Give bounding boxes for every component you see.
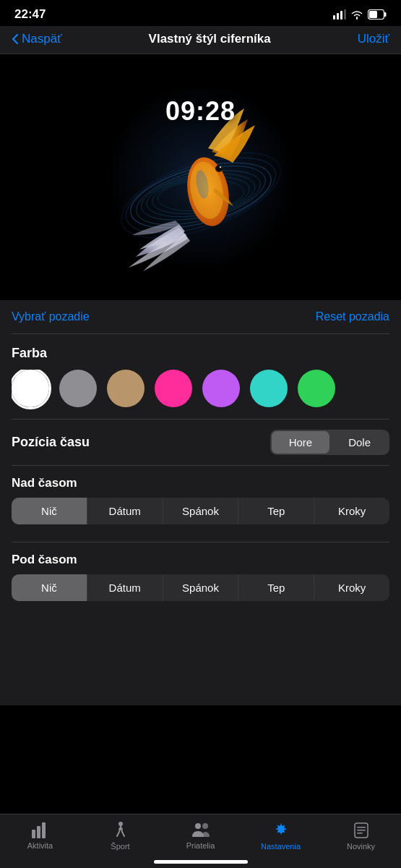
select-background-button[interactable]: Vybrať pozadie xyxy=(12,310,90,323)
status-icons xyxy=(333,9,387,20)
aktivita-label: Aktivita xyxy=(27,841,53,850)
priatelia-icon xyxy=(191,822,211,838)
svg-rect-0 xyxy=(333,15,335,20)
signal-icon xyxy=(333,9,346,20)
below-time-section: Pod časom Nič Dátum Spánok Tep Kroky xyxy=(12,542,389,618)
above-tep-button[interactable]: Tep xyxy=(238,498,314,524)
position-dole-button[interactable]: Dole xyxy=(331,431,388,454)
color-white[interactable] xyxy=(12,370,49,407)
above-nic-button[interactable]: Nič xyxy=(12,498,87,524)
back-label: Naspäť xyxy=(22,32,62,46)
color-cyan[interactable] xyxy=(250,370,288,407)
svg-rect-31 xyxy=(357,827,366,828)
save-button[interactable]: Uložiť xyxy=(358,32,389,46)
below-kroky-button[interactable]: Kroky xyxy=(314,574,389,601)
nav-title: Vlastný štýl ciferníka xyxy=(149,32,271,46)
battery-icon xyxy=(368,9,387,20)
svg-point-28 xyxy=(202,823,208,829)
sport-icon xyxy=(113,822,129,839)
reset-background-button[interactable]: Reset pozadia xyxy=(316,310,389,323)
below-time-label: Pod časom xyxy=(12,553,389,567)
below-time-control: Nič Dátum Spánok Tep Kroky xyxy=(12,574,389,601)
svg-rect-2 xyxy=(340,11,342,20)
status-time: 22:47 xyxy=(14,7,46,22)
novinky-icon xyxy=(353,822,369,839)
back-button[interactable]: Naspäť xyxy=(12,32,62,46)
tab-bar: Aktivita Šport Priatelia Nastavenia xyxy=(0,814,401,868)
svg-rect-24 xyxy=(37,826,40,838)
color-green[interactable] xyxy=(298,370,335,407)
svg-rect-1 xyxy=(337,13,339,20)
nastavenia-icon xyxy=(272,822,290,839)
priatelia-label: Priatelia xyxy=(186,841,215,850)
nastavenia-label: Nastavenia xyxy=(261,842,301,851)
tab-sport[interactable]: Šport xyxy=(99,822,142,851)
wifi-icon xyxy=(350,9,363,20)
tab-novinky[interactable]: Novinky xyxy=(340,822,383,851)
tab-aktivita[interactable]: Aktivita xyxy=(19,822,62,850)
tab-nastavenia[interactable]: Nastavenia xyxy=(259,822,303,851)
color-tan[interactable] xyxy=(107,370,145,407)
below-nic-button[interactable]: Nič xyxy=(12,574,87,601)
svg-rect-3 xyxy=(344,9,346,20)
above-datum-button[interactable]: Dátum xyxy=(87,498,163,524)
svg-rect-23 xyxy=(32,830,35,838)
watch-time: 09:28 xyxy=(165,96,236,127)
chevron-left-icon xyxy=(12,33,19,45)
color-purple[interactable] xyxy=(202,370,240,407)
status-bar: 22:47 xyxy=(0,0,401,26)
svg-rect-5 xyxy=(369,11,377,18)
position-hore-button[interactable]: Hore xyxy=(272,431,330,454)
above-time-label: Nad časom xyxy=(12,476,389,490)
svg-rect-32 xyxy=(357,830,366,831)
svg-rect-25 xyxy=(42,822,46,838)
aktivita-icon xyxy=(32,822,49,838)
svg-point-27 xyxy=(195,823,201,829)
watch-face: 09:28 xyxy=(107,83,295,271)
svg-rect-6 xyxy=(384,12,387,17)
above-time-section: Nad časom Nič Dátum Spánok Tep Kroky xyxy=(12,465,389,542)
watch-preview: 09:28 xyxy=(0,54,401,300)
position-segment-control: Hore Dole xyxy=(270,430,389,455)
novinky-label: Novinky xyxy=(347,842,375,851)
above-kroky-button[interactable]: Kroky xyxy=(314,498,389,524)
above-time-control: Nič Dátum Spánok Tep Kroky xyxy=(12,498,389,524)
settings-area: Vybrať pozadie Reset pozadia Farba Pozíc… xyxy=(0,300,401,705)
position-section: Pozícia času Hore Dole xyxy=(12,419,389,465)
home-indicator xyxy=(154,860,248,864)
sport-label: Šport xyxy=(111,842,129,851)
color-gray[interactable] xyxy=(59,370,97,407)
background-buttons-row: Vybrať pozadie Reset pozadia xyxy=(12,300,389,334)
nav-bar: Naspäť Vlastný štýl ciferníka Uložiť xyxy=(0,26,401,54)
above-spanok-button[interactable]: Spánok xyxy=(163,498,239,524)
empty-space xyxy=(12,618,389,705)
below-tep-button[interactable]: Tep xyxy=(238,574,314,601)
svg-rect-33 xyxy=(357,833,363,834)
color-row xyxy=(12,370,389,419)
color-section: Farba xyxy=(12,334,389,419)
below-spanok-button[interactable]: Spánok xyxy=(163,574,239,601)
position-label: Pozícia času xyxy=(12,435,90,450)
below-datum-button[interactable]: Dátum xyxy=(87,574,163,601)
color-magenta[interactable] xyxy=(155,370,192,407)
tab-priatelia[interactable]: Priatelia xyxy=(179,822,223,850)
color-section-label: Farba xyxy=(12,334,389,370)
